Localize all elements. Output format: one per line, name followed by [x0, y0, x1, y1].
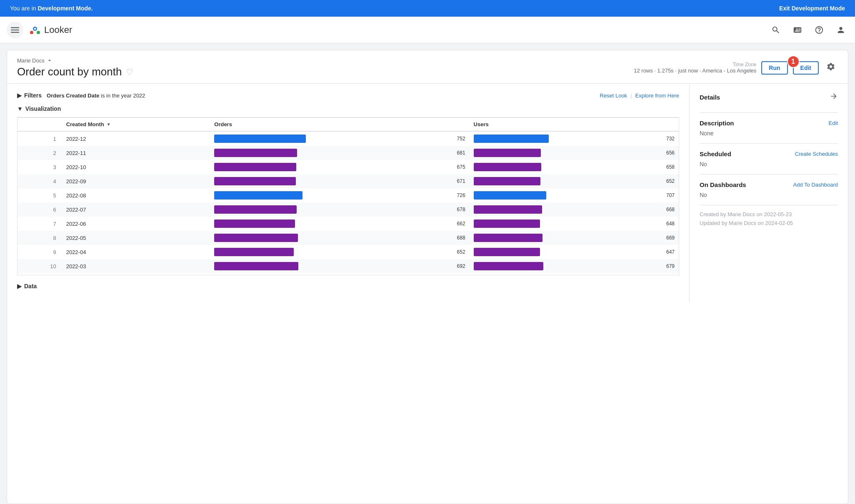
row-users: 707: [470, 188, 679, 202]
look-header-right: Time Zone 12 rows · 1.275s · just now · …: [634, 60, 838, 76]
breadcrumb-text: Marie Docs: [17, 57, 45, 64]
breadcrumb[interactable]: Marie Docs: [17, 57, 133, 64]
viz-triangle-icon: ▼: [17, 105, 23, 112]
row-users: 597: [470, 273, 679, 275]
viz-section: ▼ Visualization Created Month ▼: [17, 105, 679, 275]
row-num: 8: [18, 231, 62, 245]
nav-right: [768, 22, 848, 37]
row-users: 679: [470, 259, 679, 273]
row-num: 6: [18, 202, 62, 217]
look-header: Marie Docs Order count by month ♡ Time Z…: [7, 50, 848, 84]
gear-button[interactable]: [824, 60, 838, 76]
chevron-down-icon: [46, 57, 53, 64]
description-edit-button[interactable]: Edit: [829, 120, 838, 126]
reset-look-link[interactable]: Reset Look: [600, 92, 627, 99]
row-month: 2022-09: [62, 174, 210, 188]
row-users: 732: [470, 131, 679, 146]
data-label: Data: [24, 283, 37, 289]
created-text: Created by Marie Docs on 2022-05-23: [700, 210, 838, 219]
side-meta: Created by Marie Docs on 2022-05-23 Upda…: [700, 210, 838, 228]
svg-point-4: [30, 31, 33, 34]
row-month: 2022-11: [62, 146, 210, 160]
look-title-row: Order count by month ♡: [17, 65, 133, 78]
col-header-users: Users: [470, 118, 679, 132]
timezone-label: Time Zone: [634, 62, 756, 67]
create-schedules-button[interactable]: Create Schedules: [795, 151, 838, 157]
row-users: 647: [470, 245, 679, 259]
filters-row: ▶ Filters Orders Created Date is in the …: [17, 92, 679, 99]
row-month: 2022-02: [62, 273, 210, 275]
viz-toggle[interactable]: ▼ Visualization: [17, 105, 679, 112]
filters-toggle[interactable]: ▶ Filters: [17, 92, 42, 99]
details-arrow-button[interactable]: [830, 92, 838, 102]
explore-link[interactable]: Explore from Here: [635, 92, 679, 99]
row-orders: 692: [210, 259, 469, 273]
row-orders: 726: [210, 188, 469, 202]
run-button[interactable]: Run: [761, 61, 788, 75]
table-row: 10 2022-03 692 679: [18, 259, 679, 273]
favorite-icon[interactable]: ♡: [126, 67, 133, 77]
col-header-orders: Orders: [210, 118, 469, 132]
filters-triangle-icon: ▶: [17, 92, 22, 99]
keyboard-button[interactable]: [790, 22, 805, 37]
viz-table-scroll[interactable]: Created Month ▼ Orders Users: [17, 117, 679, 275]
row-num: 9: [18, 245, 62, 259]
data-triangle-icon: ▶: [17, 283, 22, 289]
row-orders: 671: [210, 174, 469, 188]
actions-separator: |: [630, 92, 632, 99]
table-row: 1 2022-12 752 732: [18, 131, 679, 146]
description-header: Description Edit: [700, 120, 838, 127]
row-orders: 662: [210, 217, 469, 231]
col-header-month: Created Month ▼: [62, 118, 210, 132]
description-value: None: [700, 130, 838, 137]
row-orders: 678: [210, 202, 469, 217]
svg-point-5: [37, 31, 40, 34]
sort-month-button[interactable]: Created Month ▼: [66, 121, 111, 127]
dashboards-header: On Dashboards Add To Dashboard: [700, 181, 838, 188]
filters-label: Filters: [24, 92, 42, 99]
badge-1: 1: [787, 55, 800, 68]
scheduled-title: Scheduled: [700, 150, 731, 157]
account-button[interactable]: [833, 22, 848, 37]
top-nav: Looker: [0, 17, 855, 43]
data-toggle[interactable]: ▶ Data: [17, 279, 679, 294]
table-row: 5 2022-08 726 707: [18, 188, 679, 202]
row-num: 4: [18, 174, 62, 188]
row-users: 658: [470, 160, 679, 174]
row-month: 2022-12: [62, 131, 210, 146]
svg-rect-0: [11, 27, 19, 28]
row-orders: 675: [210, 160, 469, 174]
row-num: 1: [18, 131, 62, 146]
sort-arrow-icon: ▼: [107, 122, 111, 127]
viz-label: Visualization: [25, 105, 61, 112]
updated-text: Updated by Marie Docs on 2024-02-05: [700, 219, 838, 228]
add-to-dashboard-button[interactable]: Add To Dashboard: [793, 182, 838, 188]
search-button[interactable]: [768, 22, 783, 37]
main-wrapper: Marie Docs Order count by month ♡ Time Z…: [7, 50, 848, 504]
table-row: 11 2022-02 608 597: [18, 273, 679, 275]
edit-button-wrapper: 1 Edit: [793, 61, 819, 75]
help-button[interactable]: [812, 22, 827, 37]
body-row: ▶ Filters Orders Created Date is in the …: [7, 84, 848, 302]
row-month: 2022-04: [62, 245, 210, 259]
details-title: Details: [700, 94, 720, 101]
dashboards-value: No: [700, 192, 838, 198]
row-orders: 752: [210, 131, 469, 146]
exit-dev-mode-button[interactable]: Exit Development Mode: [779, 5, 845, 12]
row-month: 2022-08: [62, 188, 210, 202]
dashboards-title: On Dashboards: [700, 181, 746, 188]
row-orders: 608: [210, 273, 469, 275]
row-num: 11: [18, 273, 62, 275]
hamburger-button[interactable]: [7, 22, 23, 38]
details-header: Details: [700, 92, 838, 102]
data-section: ▶ Data: [17, 279, 679, 294]
row-users: 668: [470, 202, 679, 217]
table-row: 8 2022-05 688 669: [18, 231, 679, 245]
description-title: Description: [700, 120, 734, 127]
row-month: 2022-07: [62, 202, 210, 217]
row-num: 10: [18, 259, 62, 273]
row-orders: 652: [210, 245, 469, 259]
table-row: 7 2022-06 662 648: [18, 217, 679, 231]
row-num: 5: [18, 188, 62, 202]
main-panel: ▶ Filters Orders Created Date is in the …: [7, 84, 690, 302]
